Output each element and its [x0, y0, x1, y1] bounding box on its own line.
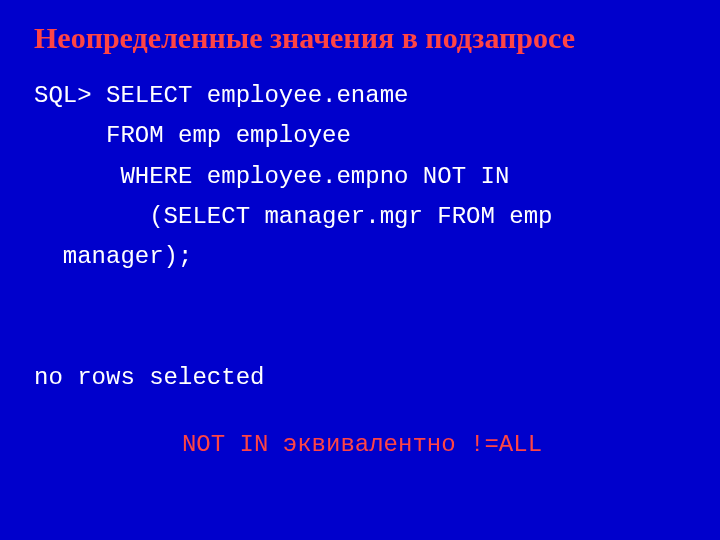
code-result: no rows selected: [34, 364, 264, 391]
slide-title: Неопределенные значения в подзапросе: [34, 20, 690, 56]
code-line: FROM emp employee: [34, 122, 351, 149]
slide: Неопределенные значения в подзапросе SQL…: [0, 0, 720, 540]
sql-code-block: SQL> SELECT employee.ename FROM emp empl…: [34, 76, 690, 399]
code-line: SQL> SELECT employee.ename: [34, 82, 408, 109]
footnote: NOT IN эквивалентно !=ALL: [34, 431, 690, 458]
code-line: manager);: [34, 243, 192, 270]
code-line: WHERE employee.empno NOT IN: [34, 163, 509, 190]
code-line: (SELECT manager.mgr FROM emp: [34, 203, 552, 230]
